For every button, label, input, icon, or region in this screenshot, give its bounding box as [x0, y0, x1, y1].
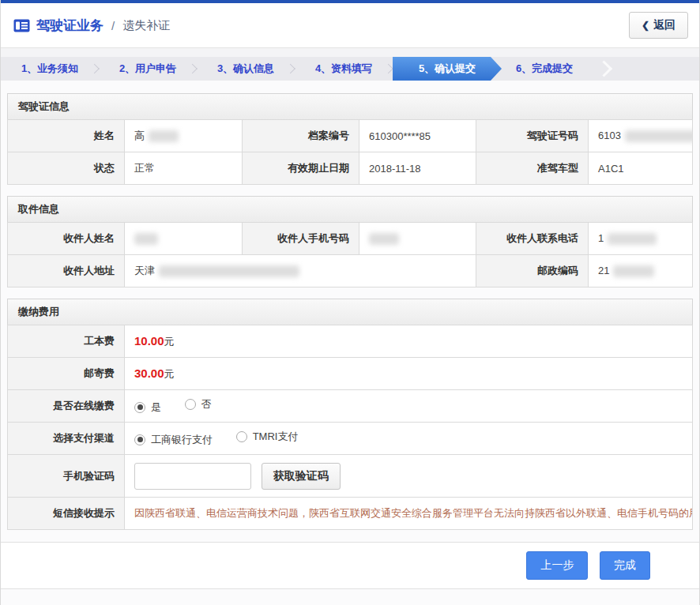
- table-row: 姓名 高 档案编号 610300****85 驾驶证号码 6103: [8, 120, 693, 152]
- expiry-label: 有效期止日期: [243, 152, 359, 185]
- breadcrumb-divider: /: [111, 19, 115, 32]
- spacer-band: [1, 48, 699, 57]
- license-info-table: 姓名 高 档案编号 610300****85 驾驶证号码 6103 状态 正常 …: [7, 119, 693, 185]
- radio-unselected-icon: [236, 431, 247, 442]
- recipient-mobile-label: 收件人手机号码: [243, 223, 359, 255]
- redacted-blur: [608, 233, 657, 245]
- table-row: 状态 正常 有效期止日期 2018-11-18 准驾车型 A1C1: [8, 152, 693, 185]
- fee-label: 工本费: [8, 325, 125, 358]
- step-5-confirm-submit-active[interactable]: 5、确认提交: [393, 57, 502, 81]
- fee-unit: 元: [164, 336, 175, 348]
- status-label: 状态: [8, 152, 125, 185]
- get-code-button[interactable]: 获取验证码: [262, 463, 341, 490]
- sms-code-input[interactable]: [134, 463, 251, 490]
- redacted-blur: [149, 130, 179, 142]
- postal-code-value: 21: [589, 255, 693, 287]
- sms-notice-label: 短信接收提示: [8, 498, 125, 530]
- pickup-info-section: 取件信息 收件人姓名 收件人手机号码 收件人联系电话 1 收件人地址 天津 邮政…: [7, 196, 693, 287]
- redacted-blur: [159, 265, 299, 277]
- table-row: 收件人地址 天津 邮政编码 21: [8, 255, 693, 287]
- online-pay-label: 是否在线缴费: [8, 390, 125, 423]
- postal-code-label: 邮政编码: [476, 255, 589, 287]
- step-1-business-notice[interactable]: 1、业务须知: [1, 57, 99, 81]
- page: 驾驶证业务 / 遗失补证 ❮ 返回 1、业务须知 2、用户申告 3、确认信息 4…: [0, 0, 700, 605]
- page-title: 驾驶证业务: [36, 17, 103, 35]
- table-row: 邮寄费 30.00元: [8, 358, 693, 390]
- table-row: 收件人姓名 收件人手机号码 收件人联系电话 1: [8, 223, 693, 255]
- license-no-value: 6103: [589, 120, 693, 152]
- radio-channel-tmri[interactable]: TMRI支付: [236, 430, 299, 444]
- step-2-user-declaration[interactable]: 2、用户申告: [99, 57, 197, 81]
- redacted-blur: [613, 265, 654, 277]
- sms-notice-text: 因陕西省联通、电信运营商技术问题，陕西省互联网交通安全综合服务管理平台无法向持陕…: [125, 498, 693, 530]
- name-value: 高: [125, 120, 243, 152]
- pay-channel-label: 选择支付渠道: [8, 423, 125, 455]
- file-no-value: 610300****85: [359, 120, 476, 152]
- radio-online-no[interactable]: 否: [185, 397, 212, 411]
- pickup-info-table: 收件人姓名 收件人手机号码 收件人联系电话 1 收件人地址 天津 邮政编码 21: [7, 222, 693, 287]
- table-row: 是否在线缴费 是 否: [8, 390, 693, 423]
- step-4-fill-data[interactable]: 4、资料填写: [295, 57, 393, 81]
- redacted-blur: [134, 233, 158, 245]
- postage-value: 30.00元: [125, 358, 693, 390]
- step-3-confirm-info[interactable]: 3、确认信息: [197, 57, 295, 81]
- sms-code-row: 获取验证码: [125, 455, 693, 498]
- main-content: 驾驶证信息 姓名 高 档案编号 610300****85 驾驶证号码 6103 …: [1, 93, 699, 530]
- payment-title: 缴纳费用: [7, 299, 693, 325]
- radio-unselected-icon: [185, 399, 196, 410]
- license-info-title: 驾驶证信息: [7, 93, 693, 119]
- radio-selected-icon: [134, 402, 145, 413]
- table-row: 手机验证码 获取验证码: [8, 455, 693, 498]
- finish-button[interactable]: 完成: [600, 551, 650, 580]
- spacer-band: [1, 81, 699, 93]
- recipient-address-label: 收件人地址: [8, 255, 125, 287]
- name-label: 姓名: [8, 120, 125, 152]
- recipient-phone-label: 收件人联系电话: [476, 223, 589, 255]
- sms-code-label: 手机验证码: [8, 455, 125, 498]
- redacted-blur: [625, 130, 693, 142]
- radio-channel-icbc[interactable]: 工商银行支付: [134, 433, 213, 447]
- license-info-section: 驾驶证信息 姓名 高 档案编号 610300****85 驾驶证号码 6103 …: [7, 93, 693, 185]
- table-row: 短信接收提示 因陕西省联通、电信运营商技术问题，陕西省互联网交通安全综合服务管理…: [8, 498, 693, 530]
- recipient-name-label: 收件人姓名: [8, 223, 125, 255]
- table-row: 选择支付渠道 工商银行支付 TMRI支付: [8, 423, 693, 455]
- table-row: 工本费 10.00元: [8, 325, 693, 358]
- recipient-mobile-value: [359, 223, 476, 255]
- pickup-info-title: 取件信息: [7, 196, 693, 222]
- radio-selected-icon: [134, 434, 145, 445]
- footer-actions: 上一步 完成: [1, 542, 699, 589]
- recipient-address-value: 天津: [125, 255, 476, 287]
- back-button[interactable]: ❮ 返回: [629, 12, 688, 39]
- postage-amount: 30.00: [134, 366, 164, 380]
- recipient-name-value: [125, 223, 243, 255]
- chevron-left-icon: ❮: [642, 20, 649, 31]
- fee-amount: 10.00: [134, 334, 164, 348]
- payment-section: 缴纳费用 工本费 10.00元 邮寄费 30.00元 是否在线缴费 是 否: [7, 299, 693, 530]
- back-button-label: 返回: [653, 18, 676, 32]
- previous-step-button[interactable]: 上一步: [526, 551, 588, 580]
- recipient-phone-value: 1: [589, 223, 693, 255]
- expiry-value: 2018-11-18: [359, 152, 476, 185]
- breadcrumb-current: 遗失补证: [122, 18, 170, 33]
- step-6-complete-submit[interactable]: 6、完成提交: [495, 57, 593, 81]
- page-header: 驾驶证业务 / 遗失补证 ❮ 返回: [1, 3, 699, 48]
- pay-channel-options: 工商银行支付 TMRI支付: [125, 423, 693, 455]
- license-no-label: 驾驶证号码: [476, 120, 589, 152]
- vehicle-class-value: A1C1: [589, 152, 693, 185]
- radio-online-yes[interactable]: 是: [134, 400, 161, 415]
- step-end-chevron-icon: [593, 57, 617, 81]
- status-value: 正常: [125, 152, 243, 185]
- online-pay-options: 是 否: [125, 390, 693, 423]
- redacted-blur: [369, 233, 399, 245]
- postage-unit: 元: [164, 368, 175, 380]
- payment-table: 工本费 10.00元 邮寄费 30.00元 是否在线缴费 是 否 选择支付渠道: [7, 325, 693, 530]
- postage-label: 邮寄费: [8, 358, 125, 390]
- license-card-icon: [13, 19, 30, 32]
- file-no-label: 档案编号: [243, 120, 359, 152]
- breadcrumb: 驾驶证业务 / 遗失补证: [13, 17, 170, 35]
- step-progress-bar: 1、业务须知 2、用户申告 3、确认信息 4、资料填写 5、确认提交 6、完成提…: [1, 57, 699, 81]
- vehicle-class-label: 准驾车型: [476, 152, 589, 185]
- fee-value: 10.00元: [125, 325, 693, 358]
